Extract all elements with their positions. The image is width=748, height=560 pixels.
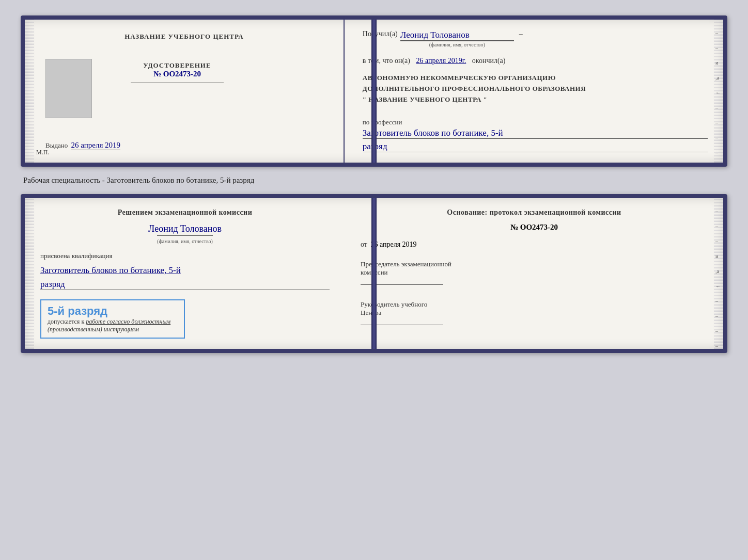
predsedatel-block: Председатель экзаменационной комиссии [361, 260, 708, 286]
poluchil-label: Получил(a) [363, 30, 398, 38]
stamp-box: 5-й разряд допускается к работе согласно… [40, 299, 185, 339]
udost-block: УДОСТОВЕРЕНИЕ № OO2473-20 [131, 61, 224, 87]
edge-mark-и: и [715, 60, 721, 66]
edge-mark-8: – [715, 165, 721, 170]
b-edge-mark-1: – [715, 209, 721, 214]
ot-label: от [361, 241, 367, 248]
edge-mark-7: – [715, 150, 721, 155]
top-document-card: НАЗВАНИЕ УЧЕБНОГО ЦЕНТРА УДОСТОВЕРЕНИЕ №… [21, 15, 727, 167]
rukovod-block: Руководитель учебного Центра [361, 300, 708, 327]
mp-label: М.П. [36, 149, 49, 156]
top-card-left-page: НАЗВАНИЕ УЧЕБНОГО ЦЕНТРА УДОСТОВЕРЕНИЕ №… [25, 20, 345, 163]
right-edge-marks: – – и ,а ← – – – – – [715, 30, 721, 170]
vtom-text: в том, что он(а) [363, 57, 410, 65]
dash-decoration: – [519, 30, 523, 38]
proto-number: № OO2473-20 [361, 223, 708, 232]
bottom-card-right-page: Основание: протокол экзаменационной коми… [342, 198, 723, 349]
poluchil-section: Получил(a) Леонид Толованов (фамилия, им… [363, 30, 708, 47]
stamp-main-text: 5-й разряд [48, 305, 178, 318]
b-edge-mark-8: – [715, 343, 721, 349]
fio-value-top: Леонид Толованов [400, 30, 514, 41]
b-edge-mark-arrow: ← [715, 283, 721, 289]
profession-value: Заготовитель блоков по ботанике, 5-й [363, 128, 708, 139]
org-line3: " НАЗВАНИЕ УЧЕБНОГО ЦЕНТРА " [363, 94, 708, 105]
predsedatel-line2: комиссии [361, 268, 708, 277]
b-edge-mark-2: – [715, 223, 721, 229]
org-line2: ДОПОЛНИТЕЛЬНОГО ПРОФЕССИОНАЛЬНОГО ОБРАЗО… [363, 84, 708, 94]
ot-date-value: 26 апреля 2019 [370, 241, 416, 248]
edge-mark-5: – [715, 120, 721, 125]
osnov-text: Основание: протокол экзаменационной коми… [361, 209, 708, 217]
fio-value-bottom: Леонид Толованов [148, 223, 222, 234]
b-edge-mark-5: – [715, 298, 721, 304]
b-edge-mark-а: ,а [715, 268, 721, 274]
udost-number: № OO2473-20 [131, 70, 224, 78]
kvalif-section: Заготовитель блоков по ботанике, 5-й раз… [40, 264, 330, 290]
stamp-sub2: работе согласно должностным [86, 318, 170, 325]
fio-sublabel-top: (фамилия, имя, отчество) [400, 41, 514, 47]
predsedatel-line1: Председатель экзаменационной [361, 260, 708, 268]
ot-date-section: от 26 апреля 2019 [361, 241, 708, 249]
signature-line-left [131, 83, 224, 83]
udost-title: УДОСТОВЕРЕНИЕ [131, 61, 224, 70]
fio-sublabel-bottom: (фамилия, имя, отчество) [157, 238, 213, 244]
stamp-sub3: (производственным) инструкциям [48, 326, 139, 333]
b-edge-mark-и: и [715, 253, 721, 259]
subtitle-text: Рабочая специальность - Заготовитель бло… [21, 176, 727, 185]
edge-mark-4: – [715, 105, 721, 110]
prisvoena-text: присвоена квалификация [40, 252, 330, 260]
rukovod-line1: Руководитель учебного [361, 300, 708, 309]
rukovod-line2: Центра [361, 309, 708, 317]
stamp-sub-text: допускается к работе согласно должностны… [48, 318, 178, 333]
org-line1: АВТОНОМНУЮ НЕКОММЕРЧЕСКУЮ ОРГАНИЗАЦИЮ [363, 73, 708, 84]
top-card-right-page: Получил(a) Леонид Толованов (фамилия, им… [345, 20, 723, 163]
bottom-right-edge-marks: – – – и ,а ← – – – – [715, 209, 721, 349]
bottom-card-left-page: Решением экзаменационной комиссии Леонид… [25, 198, 342, 349]
b-edge-mark-3: – [715, 238, 721, 244]
center-name-top-left: НАЗВАНИЕ УЧЕБНОГО ЦЕНТРА [124, 33, 244, 41]
vydano-date: 26 апреля 2019 [71, 141, 121, 150]
b-edge-mark-7: – [715, 328, 721, 334]
b-edge-mark-6: – [715, 313, 721, 319]
stamp-sub1: допускается к [48, 318, 84, 325]
edge-mark-а: ,а [715, 75, 721, 81]
razryad-value: разряд [363, 141, 708, 152]
po-professii-label: по профессии [363, 118, 708, 126]
bottom-left-spine [25, 198, 34, 349]
org-block: АВТОНОМНУЮ НЕКОММЕРЧЕСКУЮ ОРГАНИЗАЦИЮ ДО… [363, 73, 708, 105]
razryad-bottom: разряд [40, 279, 330, 290]
bottom-document-card: Решением экзаменационной комиссии Леонид… [21, 194, 727, 353]
resheniem-text: Решением экзаменационной комиссии [40, 209, 330, 217]
fio-container-bottom: Леонид Толованов (фамилия, имя, отчество… [40, 223, 330, 245]
fio-underline-bottom: (фамилия, имя, отчество) [157, 235, 213, 245]
fio-container-top: Леонид Толованов (фамилия, имя, отчество… [400, 30, 514, 47]
vydano-line: Выдано 26 апреля 2019 [45, 141, 328, 150]
vtom-date: 26 апреля 2019г. [416, 57, 466, 65]
edge-mark-1: – [715, 30, 721, 36]
edge-mark-6: – [715, 135, 721, 140]
okonchil-text: окончил(а) [472, 57, 506, 65]
edge-mark-2: – [715, 45, 721, 51]
vtom-section: в том, что он(а) 26 апреля 2019г. окончи… [363, 57, 708, 65]
rukovod-signature-line [361, 325, 443, 325]
vydano-label: Выдано [45, 141, 68, 149]
photo-placeholder [45, 59, 92, 118]
profession-section: по профессии Заготовитель блоков по бота… [363, 114, 708, 152]
predsedatel-signature-line [361, 284, 443, 285]
edge-mark-arrow: ← [715, 90, 721, 95]
kvalif-line1: Заготовитель блоков по ботанике, 5-й [40, 264, 330, 277]
page-wrapper: НАЗВАНИЕ УЧЕБНОГО ЦЕНТРА УДОСТОВЕРЕНИЕ №… [10, 10, 738, 358]
